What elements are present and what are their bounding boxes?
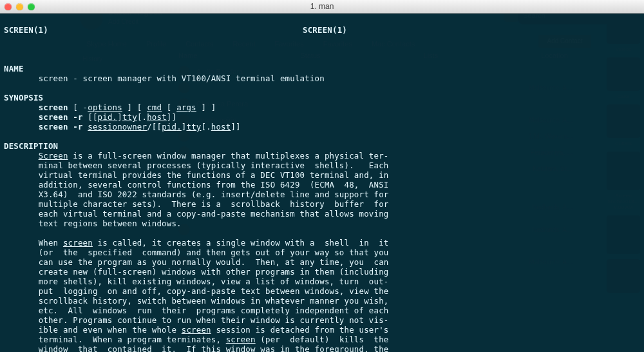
desc: scrollback history, switch between windo… [39,296,389,306]
desc: X3.64) and ISO 2022 standards (e.g. inse… [39,190,389,199]
desc: ible and even when the whole [39,325,182,335]
zoom-icon[interactable] [28,3,35,10]
desc: window that contained it. If this window… [39,344,389,352]
desc: text regions between windows. [39,219,182,228]
desc: minal between several processes (typical… [39,161,389,170]
desc: multiple character sets). There is a scr… [39,199,389,209]
section-name: NAME [4,64,24,73]
close-icon[interactable] [5,3,12,10]
name-line: screen - screen manager with VT100/ANSI … [39,73,325,83]
desc: (or the specified command) and then gets… [39,248,389,257]
man-header-left: SCREEN(1) [4,25,48,35]
desc: etc. All windows run their programs comp… [39,306,389,315]
minimize-icon[interactable] [16,3,23,10]
titlebar: 1. man [0,0,644,14]
desc: Screen [39,151,68,161]
syn2: screen -r [39,112,83,122]
desc: virtual terminal provides the functions … [39,170,389,180]
section-description: DESCRIPTION [4,141,58,151]
syn1: screen [39,103,68,112]
section-synopsis: SYNOPSIS [4,93,43,103]
desc: can use the program as you normally woul… [39,257,389,267]
syn3: screen -r [39,122,83,132]
desc: other. Programs continue to run when the… [39,315,389,325]
desc: put logging on and off, copy-and-paste t… [39,286,389,296]
desc: more shells), kill existing windows, vie… [39,277,389,286]
desc: each virtual terminal and a copy-and-pas… [39,209,389,219]
desc: When [39,238,63,248]
desc: addition, several control functions from… [39,180,389,190]
desc: create new (full-screen) windows with ot… [39,267,389,277]
window-title: 1. man [0,2,644,11]
desc: terminal. When a program terminates, [39,335,226,344]
man-header-right: SCREEN(1) [303,25,347,35]
terminal[interactable]: SCREEN(1)SCREEN(1) NAME screen - screen … [0,13,644,352]
